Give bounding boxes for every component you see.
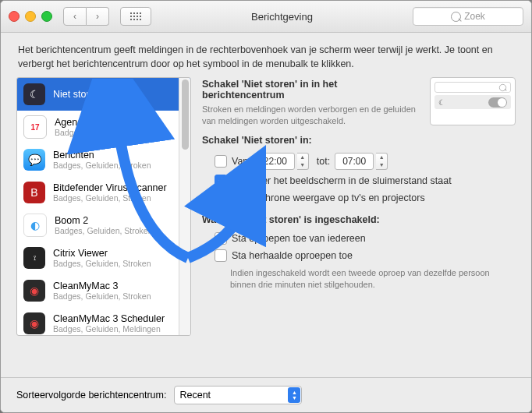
calls-everyone-checkbox[interactable] — [215, 232, 227, 245]
window-controls — [9, 11, 57, 22]
sidebar-item-sub: Badges, Geluiden, Stroken — [53, 259, 151, 268]
search-icon — [451, 12, 461, 22]
sidebar-item-label: Boom 2 — [55, 215, 153, 226]
sort-label: Sorteervolgorde berichtencentrum: — [16, 390, 166, 401]
to-time-stepper[interactable]: ▲▼ — [376, 153, 388, 170]
moon-icon: ☾ — [23, 83, 45, 105]
sidebar-item-label: Niet storen — [53, 89, 100, 100]
sidebar-item-label: CleanMyMac 3 — [53, 281, 151, 291]
search-placeholder: Zoek — [464, 11, 485, 22]
calls-repeat-label: Sta herhaalde oproepen toe — [232, 250, 353, 261]
sidebar-item-sub: Badges, Geluiden, Stroken — [53, 291, 151, 301]
repeat-hint: Indien ingeschakeld wordt een tweede opr… — [202, 264, 516, 291]
switch-icon — [488, 97, 507, 108]
sidebar-item-label: Berichten — [53, 150, 151, 161]
sidebar-item-cleanmymac-scheduler[interactable]: ◉ CleanMyMac 3 SchedulerBadges, Geluiden… — [17, 307, 190, 336]
from-time-input[interactable]: 22:00 — [256, 153, 295, 170]
zoom-icon[interactable] — [41, 11, 52, 22]
bitdefender-icon: B — [23, 182, 45, 203]
sidebar-item-sub: Badges, Geluiden, Stroken — [53, 193, 167, 203]
footer: Sorteervolgorde berichtencentrum: Recent… — [1, 377, 531, 412]
sidebar-item-boom2[interactable]: ◐ Boom 2Badges, Geluiden, Stroken — [17, 209, 190, 242]
sidebar-item-sub: Badges, Geluiden, Meldingen — [55, 128, 162, 137]
citrix-icon: ⟟ — [23, 247, 45, 269]
sidebar-item-label: Bitdefender Virus Scanner — [53, 182, 167, 193]
display-sleep-checkbox[interactable]: ✓ — [215, 175, 227, 187]
nav-back-forward: ‹ › — [63, 7, 109, 26]
calls-everyone-label: Sta oproepen toe van iedereen — [232, 233, 366, 244]
sidebar-item-label: Agenda — [55, 117, 162, 128]
schedule-label: Schakel 'Niet storen' in: — [202, 135, 516, 146]
cleanmymac-icon: ◉ — [23, 280, 45, 302]
calls-repeat-checkbox[interactable] — [215, 249, 227, 262]
settings-pane: Schakel 'Niet storen' in in het berichte… — [202, 77, 516, 336]
to-time-input[interactable]: 07:00 — [335, 153, 374, 170]
sidebar-item-label: CleanMyMac 3 Scheduler — [53, 313, 165, 324]
sidebar-item-sub: Badges, Geluiden, Stroken — [53, 161, 151, 170]
sidebar-item-niet-storen[interactable]: ☾ Niet storen — [17, 78, 190, 111]
sidebar-item-label: Citrix Viewer — [53, 248, 151, 259]
sort-value: Recent — [179, 390, 211, 401]
scrollbar[interactable] — [179, 78, 190, 335]
titlebar: ‹ › Berichtgeving Zoek — [1, 1, 531, 33]
sidebar-item-sub: Badges, Geluiden, Meldingen — [53, 324, 165, 334]
schedule-row: Van: 22:00 ▲▼ tot: 07:00 ▲▼ — [202, 150, 516, 172]
sidebar-item-citrix[interactable]: ⟟ Citrix ViewerBadges, Geluiden, Stroken — [17, 242, 190, 274]
sidebar-item-bitdefender[interactable]: B Bitdefender Virus ScannerBadges, Gelui… — [17, 176, 190, 209]
back-button[interactable]: ‹ — [63, 7, 87, 26]
grid-icon — [130, 12, 141, 20]
boom-icon: ◐ — [23, 214, 47, 237]
pane-heading: Schakel 'Niet storen' in in het berichte… — [202, 79, 420, 101]
schedule-checkbox[interactable] — [215, 155, 227, 168]
pane-subtext: Stroken en meldingen worden verborgen en… — [202, 104, 420, 127]
minimize-icon[interactable] — [25, 11, 36, 22]
forward-button[interactable]: › — [87, 7, 109, 26]
sidebar-item-cleanmymac[interactable]: ◉ CleanMyMac 3Badges, Geluiden, Stroken — [17, 274, 190, 307]
search-input[interactable]: Zoek — [413, 7, 523, 26]
sidebar-item-agenda[interactable]: 17 AgendaBadges, Geluiden, Meldingen — [17, 111, 190, 143]
window-title: Berichtgeving — [158, 11, 406, 23]
close-icon[interactable] — [9, 11, 20, 22]
show-all-button[interactable] — [120, 7, 151, 26]
sidebar-item-berichten[interactable]: 💬 BerichtenBadges, Geluiden, Stroken — [17, 143, 190, 176]
to-label: tot: — [317, 156, 330, 167]
messages-icon: 💬 — [23, 149, 45, 171]
sidebar-item-sub: Badges, Geluiden, Stroken — [55, 226, 153, 235]
intro-text: Het berichtencentrum geeft meldingen in … — [1, 33, 531, 77]
notification-center-preview: ☾ — [430, 77, 516, 125]
mirroring-checkbox[interactable]: ✓ — [215, 192, 227, 204]
app-sidebar: ☾ Niet storen 17 AgendaBadges, Geluiden,… — [16, 77, 191, 336]
search-icon — [499, 83, 506, 90]
from-time-stepper[interactable]: ▲▼ — [297, 153, 309, 170]
cleanmymac-icon: ◉ — [23, 312, 45, 334]
when-on-label: Wanneer 'Niet storen' is ingeschakeld: — [202, 214, 516, 225]
mirroring-label: Bij synchrone weergave op tv's en projec… — [232, 192, 425, 203]
sort-select[interactable]: Recent ▲▼ — [174, 386, 302, 404]
display-sleep-label: Wanneer het beeldscherm in de sluimersta… — [232, 175, 452, 186]
moon-icon: ☾ — [438, 98, 445, 107]
calendar-icon: 17 — [23, 115, 47, 139]
chevron-updown-icon: ▲▼ — [288, 387, 300, 403]
from-label: Van: — [232, 156, 251, 167]
